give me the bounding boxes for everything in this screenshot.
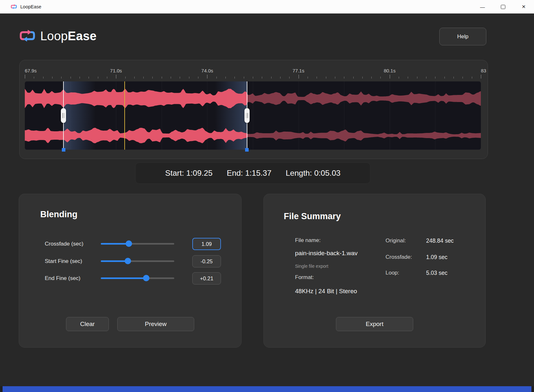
waveform-display[interactable]	[25, 81, 481, 150]
format-value: 48KHz | 24 Bit | Stereo	[295, 288, 357, 295]
blending-title: Blending	[40, 210, 78, 219]
brand-header: LoopEase	[18, 28, 97, 44]
original-value: 248.84 sec	[426, 238, 454, 244]
help-button[interactable]: Help	[439, 28, 486, 45]
loop-start-drag-square[interactable]	[62, 148, 65, 152]
waveform-panel: 67.9s 71.0s 74.0s 77.1s 80.1s 83	[19, 60, 488, 159]
loopease-logo-icon	[18, 28, 36, 44]
end-fine-slider-thumb[interactable]	[143, 275, 149, 281]
close-icon: ✕	[522, 4, 526, 10]
start-fine-label: Start Fine (sec)	[45, 255, 82, 268]
start-fine-slider[interactable]	[101, 260, 174, 262]
tick-label: 74.0s	[201, 68, 213, 73]
minimize-button[interactable]: —	[472, 0, 493, 14]
file-summary-card: File Summary File name: pain-inside-back…	[263, 194, 486, 348]
maximize-icon	[501, 5, 505, 9]
tick-label: 67.9s	[25, 68, 37, 73]
window-controls: — ✕	[472, 0, 534, 14]
minimize-icon: —	[480, 4, 485, 10]
playhead-line	[124, 81, 125, 150]
format-label: Format:	[295, 274, 314, 281]
app-logo-icon	[11, 4, 17, 10]
end-fine-slider[interactable]	[101, 277, 174, 279]
preview-button[interactable]: Preview	[117, 317, 194, 331]
crossfade-slider-thumb[interactable]	[126, 240, 132, 247]
maximize-button[interactable]	[493, 0, 513, 14]
end-fine-slider-fill	[101, 277, 146, 279]
loop-length-readout: Length: 0:05.03	[286, 169, 340, 178]
crossfade-slider[interactable]	[101, 243, 174, 245]
crossfade-row: Crossfade (sec)	[19, 238, 241, 250]
taskbar-strip	[3, 386, 531, 392]
main-surface: LoopEase Help 67.9s 71.0s 74.0s 77.1s 80…	[0, 14, 534, 386]
window-title: LoopEase	[20, 4, 41, 9]
loop-start-handle[interactable]	[61, 108, 66, 123]
start-fine-value-input[interactable]	[192, 255, 221, 267]
waveform-svg	[25, 81, 481, 150]
app-title-light: Loop	[40, 29, 68, 43]
app-title-bold: Ease	[68, 29, 97, 43]
app-title: LoopEase	[40, 29, 97, 43]
app-window: LoopEase — ✕ LoopEas	[0, 0, 534, 392]
time-ruler-labels: 67.9s 71.0s 74.0s 77.1s 80.1s 83	[25, 68, 481, 74]
file-name-label: File name:	[295, 237, 320, 244]
crossfade-stat-value: 1.09 sec	[426, 254, 447, 261]
start-fine-slider-fill	[101, 260, 128, 262]
file-name-value: pain-inside-back-1.wav	[295, 250, 358, 257]
titlebar: LoopEase — ✕	[0, 0, 534, 14]
loop-end-readout: End: 1:15.37	[227, 169, 272, 178]
tick-label: 80.1s	[384, 68, 396, 73]
loop-stat-value: 5.03 sec	[426, 270, 447, 276]
loop-end-handle[interactable]	[244, 108, 250, 123]
loop-stat-label: Loop:	[386, 270, 399, 276]
blending-card: Blending Crossfade (sec) Start Fine (sec…	[19, 194, 242, 348]
close-button[interactable]: ✕	[513, 0, 534, 14]
end-fine-label: End Fine (sec)	[45, 272, 81, 285]
tick-label: 77.1s	[292, 68, 304, 73]
original-label: Original:	[386, 238, 406, 244]
crossfade-value-input[interactable]	[192, 238, 221, 250]
crossfade-stat-label: Crossfade:	[386, 254, 412, 260]
crossfade-slider-fill	[101, 243, 129, 245]
start-fine-row: Start Fine (sec)	[19, 255, 241, 268]
time-ruler-ticks	[25, 74, 481, 79]
export-mode-text: Single file export	[295, 264, 329, 269]
file-summary-title: File Summary	[284, 211, 341, 221]
clear-button[interactable]: Clear	[66, 317, 109, 331]
crossfade-label: Crossfade (sec)	[45, 238, 83, 250]
start-fine-slider-thumb[interactable]	[125, 258, 131, 264]
end-fine-row: End Fine (sec)	[19, 272, 241, 285]
loop-status-bar: Start: 1:09.25 End: 1:15.37 Length: 0:05…	[135, 163, 370, 184]
loop-start-readout: Start: 1:09.25	[165, 169, 213, 178]
loop-end-drag-square[interactable]	[245, 148, 249, 152]
tick-label: 83	[481, 68, 486, 73]
tick-label: 71.0s	[110, 68, 122, 73]
export-button[interactable]: Export	[336, 317, 413, 331]
end-fine-value-input[interactable]	[192, 272, 221, 285]
